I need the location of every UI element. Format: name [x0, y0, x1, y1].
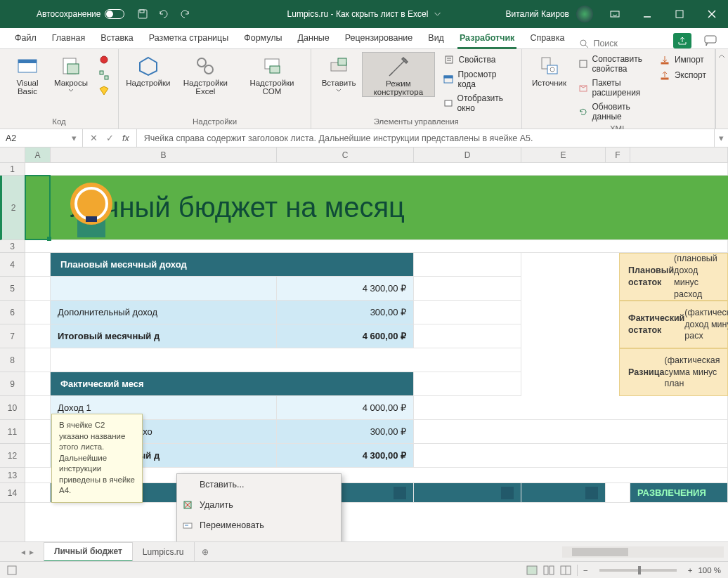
- tab-developer[interactable]: Разработчик: [452, 27, 522, 48]
- view-pagebreak-icon[interactable]: [560, 565, 571, 575]
- row-header[interactable]: 11: [0, 420, 25, 444]
- tab-insert[interactable]: Вставка: [93, 27, 141, 48]
- minimize-button[interactable]: [631, 0, 663, 28]
- ctx-delete[interactable]: Удалить: [177, 494, 341, 515]
- row-header[interactable]: 4: [0, 253, 25, 277]
- filter-chip[interactable]: [394, 487, 406, 499]
- col-header-D[interactable]: D: [414, 147, 521, 162]
- ribbon-collapse-icon[interactable]: [715, 49, 728, 129]
- row-header[interactable]: 8: [0, 348, 25, 372]
- confirm-icon[interactable]: ✓: [106, 133, 114, 143]
- group-addins: Надстройки Надстройки Excel Надстройки C…: [119, 49, 311, 129]
- row-header[interactable]: 7: [0, 324, 25, 348]
- excel-addins-button[interactable]: Надстройки Excel: [174, 52, 238, 96]
- horizontal-scrollbar[interactable]: [562, 546, 724, 558]
- ribbon-options-icon[interactable]: [599, 0, 631, 28]
- row-header[interactable]: 6: [0, 301, 25, 324]
- xml-export-button[interactable]: Экспорт: [658, 69, 708, 81]
- tab-data[interactable]: Данные: [290, 27, 337, 48]
- undo-icon[interactable]: [158, 8, 169, 20]
- ctx-rename[interactable]: Переименовать: [177, 515, 341, 535]
- record-macro-button[interactable]: [97, 53, 111, 66]
- col-header-B[interactable]: B: [51, 147, 277, 162]
- user-section[interactable]: Виталий Каиров: [505, 6, 593, 22]
- map-properties-button[interactable]: Сопоставить свойства: [577, 53, 645, 74]
- tab-review[interactable]: Рецензирование: [337, 27, 421, 48]
- filter-chip[interactable]: [585, 487, 598, 499]
- col-header-A[interactable]: A: [25, 147, 51, 162]
- row-header[interactable]: 10: [0, 396, 25, 420]
- zoom-level[interactable]: 100 %: [698, 566, 721, 574]
- macro-security-button[interactable]: [97, 84, 111, 97]
- document-title[interactable]: Lumpics.ru - Как скрыть лист в Excel: [287, 9, 441, 19]
- zoom-out-button[interactable]: −: [583, 566, 588, 574]
- col-header-F[interactable]: F: [606, 147, 630, 162]
- com-addins-button[interactable]: Надстройки COM: [240, 52, 304, 96]
- formula-input[interactable]: Ячейка справа содержит заголовок листа. …: [137, 129, 714, 147]
- view-normal-icon[interactable]: [526, 565, 538, 575]
- properties-button[interactable]: Свойства: [442, 53, 514, 66]
- search-box[interactable]: Поиск: [572, 39, 639, 48]
- group-xml: Источник Сопоставить свойства Пакеты рас…: [522, 49, 715, 129]
- redo-icon[interactable]: [179, 8, 190, 20]
- expansion-packs-button[interactable]: Пакеты расширения: [577, 77, 645, 98]
- share-button[interactable]: [673, 33, 691, 48]
- row-header[interactable]: 13: [0, 468, 25, 483]
- select-all-cell[interactable]: [0, 147, 25, 163]
- row-header[interactable]: 14: [0, 483, 25, 503]
- tab-file[interactable]: Файл: [7, 27, 44, 48]
- sheet-tab-2[interactable]: Lumpics.ru: [133, 542, 195, 562]
- row-header[interactable]: 3: [0, 240, 25, 253]
- maximize-button[interactable]: [663, 0, 696, 28]
- expand-formula-icon[interactable]: ▾: [714, 129, 728, 147]
- titlebar: Автосохранение Lumpics.ru - Как скрыть л…: [0, 0, 728, 28]
- xml-source-button[interactable]: Источник: [529, 52, 570, 87]
- tab-home[interactable]: Главная: [44, 27, 93, 48]
- ctx-move[interactable]: Переместить или скопировать...: [177, 535, 341, 541]
- comments-icon[interactable]: [704, 35, 717, 46]
- macros-button[interactable]: Макросы: [51, 52, 91, 93]
- relative-refs-button[interactable]: [97, 69, 111, 81]
- tab-help[interactable]: Справка: [522, 27, 572, 48]
- row-header[interactable]: 2: [0, 176, 25, 240]
- row-header[interactable]: 9: [0, 372, 25, 396]
- visual-basic-button[interactable]: Visual Basic: [7, 52, 48, 96]
- view-pagelayout-icon[interactable]: [543, 565, 554, 575]
- insert-control-button[interactable]: Вставить: [318, 52, 359, 93]
- row-header[interactable]: 1: [0, 163, 25, 176]
- svg-rect-27: [446, 56, 453, 63]
- sheet-tab-1[interactable]: Личный бюджет: [44, 542, 133, 562]
- tab-view[interactable]: Вид: [420, 27, 452, 48]
- svg-point-7: [580, 40, 586, 46]
- fx-icon[interactable]: fx: [122, 133, 129, 143]
- design-mode-button[interactable]: Режим конструктора: [362, 52, 435, 97]
- run-dialog-button[interactable]: Отобразить окно: [442, 93, 514, 114]
- svg-marker-26: [389, 73, 392, 76]
- svg-marker-18: [140, 58, 157, 75]
- tab-layout[interactable]: Разметка страницы: [141, 27, 236, 48]
- zoom-in-button[interactable]: +: [688, 566, 693, 574]
- cancel-icon[interactable]: ✕: [90, 133, 98, 143]
- xml-import-button[interactable]: Импорт: [658, 53, 708, 66]
- macro-record-icon[interactable]: [7, 565, 17, 575]
- zoom-slider[interactable]: [599, 569, 677, 572]
- ctx-insert[interactable]: Вставить...: [177, 474, 341, 494]
- autosave-toggle[interactable]: Автосохранение: [37, 9, 124, 19]
- close-button[interactable]: [696, 0, 728, 28]
- add-sheet-button[interactable]: ⊕: [195, 547, 216, 557]
- view-code-button[interactable]: Просмотр кода: [442, 69, 514, 90]
- tab-formulas[interactable]: Формулы: [236, 27, 290, 48]
- col-header-E[interactable]: E: [521, 147, 606, 162]
- refresh-data-button[interactable]: Обновить данные: [577, 101, 645, 122]
- row-header[interactable]: 5: [0, 277, 25, 301]
- filter-chip[interactable]: [501, 487, 514, 499]
- name-box[interactable]: A2 ▾: [0, 129, 83, 147]
- sheet-nav-prev[interactable]: ◂: [21, 547, 25, 557]
- col-header-C[interactable]: C: [277, 147, 414, 162]
- save-icon[interactable]: [137, 8, 148, 20]
- svg-rect-54: [544, 566, 548, 574]
- row-header[interactable]: 12: [0, 444, 25, 468]
- sheet-nav-next[interactable]: ▸: [30, 547, 34, 557]
- spreadsheet-grid[interactable]: A B C D E F 1 2 3 4 5 6 7: [0, 147, 728, 541]
- addins-button[interactable]: Надстройки: [126, 52, 171, 87]
